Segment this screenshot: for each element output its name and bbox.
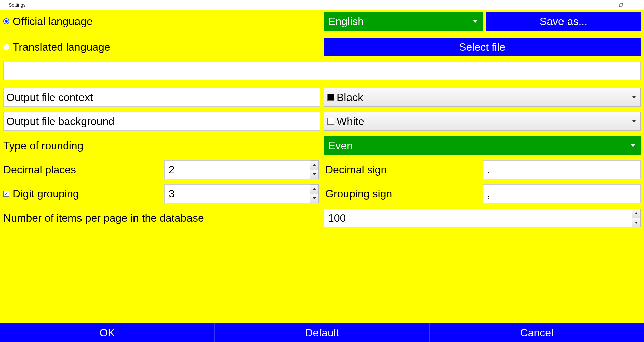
- spin-up-button[interactable]: [632, 209, 640, 218]
- official-language-radio[interactable]: [3, 18, 9, 24]
- language-dropdown-value: English: [328, 15, 364, 28]
- rounding-value: Even: [328, 139, 353, 152]
- caret-up-icon: [313, 188, 316, 190]
- output-context-dropdown[interactable]: Black: [324, 88, 641, 107]
- language-dropdown[interactable]: English: [324, 12, 483, 31]
- save-as-button[interactable]: Save as...: [486, 12, 641, 31]
- decimal-sign-label: Decimal sign: [322, 160, 480, 179]
- titlebar: Settings: [0, 0, 644, 10]
- decimal-sign-input[interactable]: [483, 160, 641, 179]
- caret-up-icon: [313, 164, 316, 166]
- color-swatch-icon: [327, 118, 334, 125]
- output-context-label: Output file context: [3, 88, 320, 107]
- settings-panel: Official language English Save as... Tra…: [0, 10, 644, 323]
- window-title: Settings: [9, 2, 26, 8]
- rounding-dropdown[interactable]: Even: [324, 136, 641, 155]
- svg-rect-1: [619, 4, 622, 7]
- cancel-button[interactable]: Cancel: [429, 323, 644, 342]
- spin-up-button[interactable]: [310, 185, 318, 194]
- maximize-button[interactable]: [613, 0, 629, 10]
- chevron-down-icon: [473, 20, 478, 23]
- caret-up-icon: [635, 212, 638, 214]
- dialog-button-bar: OK Default Cancel: [0, 323, 644, 342]
- official-language-label: Official language: [13, 16, 93, 27]
- caret-down-icon: [313, 197, 316, 199]
- items-per-page-input[interactable]: [324, 209, 632, 227]
- chevron-down-icon: [632, 96, 636, 98]
- decimal-places-input[interactable]: [164, 160, 310, 179]
- caret-down-icon: [313, 173, 316, 175]
- output-background-dropdown[interactable]: White: [324, 112, 641, 131]
- rounding-label: Type of rounding: [0, 136, 324, 155]
- caret-down-icon: [635, 222, 638, 224]
- color-swatch-icon: [327, 94, 334, 101]
- spin-up-button[interactable]: [310, 161, 318, 170]
- decimal-places-label: Decimal places: [3, 160, 161, 179]
- select-file-button[interactable]: Select file: [324, 38, 641, 56]
- decimal-places-spinner[interactable]: [164, 160, 319, 179]
- digit-grouping-checkbox[interactable]: [3, 191, 9, 197]
- grouping-sign-label: Grouping sign: [322, 184, 480, 203]
- items-per-page-spinner[interactable]: [324, 209, 641, 227]
- digit-grouping-input[interactable]: [164, 184, 310, 203]
- spin-down-button[interactable]: [310, 194, 318, 203]
- chevron-down-icon: [631, 144, 635, 147]
- output-background-label: Output file background: [3, 112, 320, 131]
- chevron-down-icon: [632, 120, 636, 122]
- hamburger-icon[interactable]: [1, 3, 7, 7]
- digit-grouping-label: Digit grouping: [13, 188, 79, 200]
- translated-language-radio[interactable]: [3, 44, 9, 50]
- svg-rect-2: [620, 3, 623, 6]
- close-button[interactable]: [629, 0, 644, 10]
- spin-down-button[interactable]: [632, 218, 640, 227]
- items-per-page-label: Number of items per page in the database: [3, 209, 324, 227]
- translated-language-label: Translated language: [13, 42, 110, 52]
- grouping-sign-input[interactable]: [483, 184, 641, 203]
- output-context-value: Black: [337, 91, 363, 104]
- file-path-input[interactable]: [3, 62, 641, 80]
- digit-grouping-spinner[interactable]: [164, 184, 319, 203]
- default-button[interactable]: Default: [214, 323, 429, 342]
- spin-down-button[interactable]: [310, 170, 318, 179]
- output-background-value: White: [337, 115, 364, 128]
- minimize-button[interactable]: [598, 0, 613, 10]
- ok-button[interactable]: OK: [0, 323, 214, 342]
